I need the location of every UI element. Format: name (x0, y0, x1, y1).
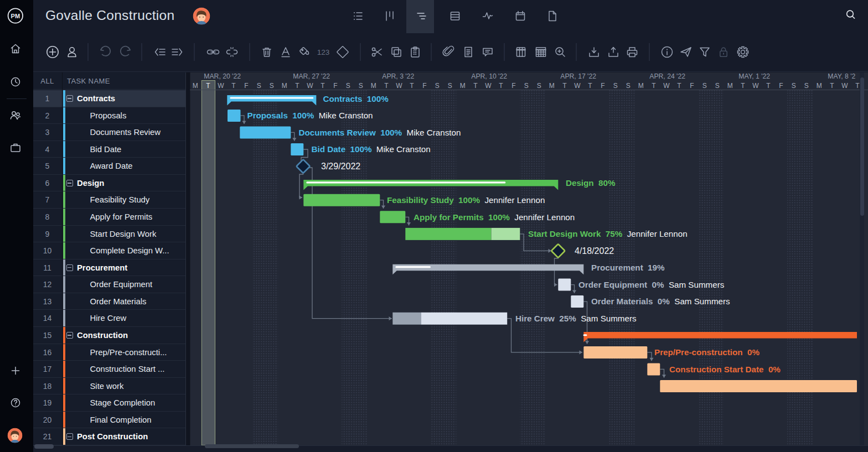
svg-text:T: T (855, 82, 860, 90)
svg-text:S: S (448, 82, 452, 90)
svg-text:Construction Start Date 0%: Construction Start Date 0% (669, 365, 781, 374)
svg-text:Design 80%: Design 80% (566, 178, 616, 188)
svg-text:T: T (384, 82, 389, 90)
svg-text:T: T (588, 82, 592, 90)
svg-text:Bid Date 100% Mike Cranston: Bid Date 100% Mike Cranston (312, 144, 431, 154)
svg-text:MAR, 27 '22: MAR, 27 '22 (293, 72, 330, 80)
svg-text:F: F (779, 82, 783, 90)
svg-text:F: F (333, 82, 337, 90)
svg-text:Feasibility Study 100% Jenni: Feasibility Study 100% Jennifer Lennon (387, 195, 545, 205)
svg-text:W: W (752, 82, 759, 90)
svg-text:APR, 17 '22: APR, 17 '22 (560, 72, 596, 80)
svg-text:T: T (499, 82, 503, 90)
svg-text:APR, 24 '22: APR, 24 '22 (649, 72, 685, 80)
svg-text:S: S (257, 82, 261, 90)
svg-text:APR, 10 '22: APR, 10 '22 (471, 72, 507, 80)
svg-text:Proposals 100% Mike Cranston: Proposals 100% Mike Cranston (247, 111, 373, 120)
svg-text:Order Equipment 0% Sam Summe: Order Equipment 0% Sam Summers (578, 280, 725, 289)
svg-text:Apply for Permits 100% Jenni: Apply for Permits 100% Jennifer Lennon (414, 212, 575, 222)
svg-text:W: W (307, 82, 313, 90)
svg-text:S: S (435, 82, 440, 90)
svg-text:S: S (702, 82, 707, 90)
svg-text:T: T (562, 82, 567, 90)
svg-text:Start Design Work 75% Jennif: Start Design Work 75% Jennifer Lennon (528, 229, 688, 238)
svg-text:M: M (460, 82, 466, 90)
svg-text:S: S (613, 82, 618, 90)
svg-text:M: M (371, 82, 376, 90)
svg-text:M: M (638, 82, 644, 90)
svg-text:T: T (741, 82, 745, 90)
svg-text:W: W (663, 82, 670, 90)
svg-text:MAR, 20 '22: MAR, 20 '22 (204, 72, 241, 80)
svg-text:M: M (193, 82, 198, 90)
svg-text:Hire Crew 25% Sam Summers: Hire Crew 25% Sam Summers (515, 314, 637, 323)
svg-text:M: M (282, 82, 287, 90)
svg-text:W: W (841, 82, 848, 90)
svg-text:S: S (715, 82, 720, 90)
svg-text:S: S (537, 82, 541, 90)
svg-text:F: F (601, 82, 604, 90)
svg-text:T: T (206, 82, 210, 90)
svg-text:F: F (422, 82, 426, 90)
svg-text:Contracts 100%: Contracts 100% (323, 94, 389, 103)
svg-text:T: T (766, 82, 771, 90)
svg-text:W: W (485, 82, 492, 90)
svg-text:3/29/2022: 3/29/2022 (321, 162, 360, 171)
svg-text:W: W (574, 82, 581, 90)
svg-text:M: M (549, 82, 555, 90)
svg-text:Order Materials 0% Sam Summe: Order Materials 0% Sam Summers (591, 297, 730, 306)
svg-text:S: S (626, 82, 631, 90)
svg-text:Documents Review 100% Mike C: Documents Review 100% Mike Cranston (299, 128, 461, 137)
svg-text:T: T (830, 82, 834, 90)
svg-text:Procurement 19%: Procurement 19% (591, 263, 665, 272)
svg-text:F: F (690, 82, 694, 90)
svg-text:W: W (218, 82, 224, 90)
svg-text:MAY, 1 '22: MAY, 1 '22 (738, 72, 770, 80)
svg-text:Prep/Pre-construction 0%: Prep/Pre-construction 0% (654, 347, 760, 357)
svg-text:S: S (359, 82, 363, 90)
svg-text:T: T (473, 82, 478, 90)
svg-text:S: S (524, 82, 529, 90)
svg-text:S: S (804, 82, 809, 90)
svg-text:T: T (652, 82, 656, 90)
svg-text:M: M (817, 82, 822, 90)
svg-text:T: T (677, 82, 681, 90)
svg-text:W: W (396, 82, 402, 90)
svg-text:T: T (231, 82, 236, 90)
svg-text:T: T (295, 82, 299, 90)
svg-text:APR, 3 '22: APR, 3 '22 (382, 72, 414, 80)
svg-text:F: F (512, 82, 515, 90)
svg-text:F: F (244, 82, 248, 90)
svg-text:T: T (321, 82, 325, 90)
svg-text:S: S (346, 82, 350, 90)
svg-text:M: M (727, 82, 733, 90)
svg-text:S: S (792, 82, 796, 90)
svg-text:T: T (410, 82, 414, 90)
svg-text:4/18/2022: 4/18/2022 (575, 246, 614, 256)
svg-text:S: S (270, 82, 274, 90)
svg-text:MAY, 8 '2: MAY, 8 '2 (828, 72, 855, 80)
